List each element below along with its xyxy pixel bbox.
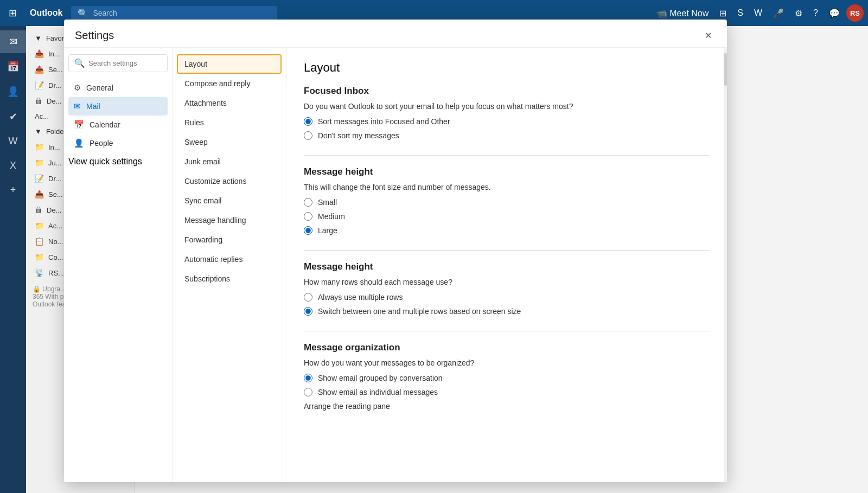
switch-rows-radio[interactable] <box>304 307 312 316</box>
excel-nav-icon[interactable]: X <box>0 155 26 177</box>
submenu-customize[interactable]: Customize actions <box>177 171 282 191</box>
sort-focused-label: Sort messages into Focused and Other <box>318 117 450 126</box>
feedback-button[interactable]: 💬 <box>825 6 844 21</box>
submenu-rules[interactable]: Rules <box>177 113 282 132</box>
todo-nav-icon[interactable]: ✔ <box>0 105 26 128</box>
view-quick-settings-link[interactable]: View quick settings <box>68 157 168 167</box>
apps-grid-button[interactable]: ⊞ <box>715 6 731 21</box>
sidebar-item-label: No... <box>48 238 63 246</box>
medium-radio[interactable] <box>304 212 312 221</box>
dont-sort-option[interactable]: Don't sort my messages <box>304 131 710 140</box>
apps-icon[interactable]: ⊞ <box>4 5 21 21</box>
archive-icon: 📁 <box>35 221 44 230</box>
small-option[interactable]: Small <box>304 198 710 207</box>
submenu-sweep[interactable]: Sweep <box>177 132 282 152</box>
focused-inbox-title: Focused Inbox <box>304 86 710 97</box>
submenu-attachments[interactable]: Attachments <box>177 93 282 113</box>
chevron-down-icon: ▼ <box>35 127 42 136</box>
settings-button[interactable]: ⚙ <box>790 6 807 21</box>
word-nav-icon[interactable]: W <box>0 130 26 152</box>
avatar[interactable]: RS <box>846 4 864 22</box>
sidebar-item-label: Ac... <box>35 112 49 120</box>
settings-title: Settings <box>75 29 114 42</box>
medium-option[interactable]: Medium <box>304 212 710 221</box>
rss-icon: 📡 <box>35 268 44 277</box>
always-multiple-radio[interactable] <box>304 293 312 302</box>
sidebar-item-label: Se... <box>48 190 63 199</box>
individual-radio[interactable] <box>304 388 312 396</box>
small-radio[interactable] <box>304 198 312 207</box>
message-org-question: How do you want your messages to be orga… <box>304 358 710 367</box>
calendar-icon: 📅 <box>74 120 84 130</box>
large-option[interactable]: Large <box>304 226 710 235</box>
scrollbar-thumb[interactable] <box>724 53 727 86</box>
settings-nav-people-label: People <box>90 139 113 148</box>
sort-focused-option[interactable]: Sort messages into Focused and Other <box>304 117 710 126</box>
settings-nav-general[interactable]: ⚙ General <box>68 79 168 97</box>
sort-focused-radio[interactable] <box>304 117 312 126</box>
word-button[interactable]: W <box>750 6 767 20</box>
divider3 <box>304 331 710 331</box>
help-button[interactable]: ? <box>809 6 822 20</box>
settings-nav-calendar[interactable]: 📅 Calendar <box>68 116 168 134</box>
settings-search-input[interactable] <box>88 59 162 67</box>
drafts-icon: 📝 <box>35 81 44 89</box>
message-height-section: Message height This will change the font… <box>304 167 710 235</box>
search-input[interactable] <box>93 9 271 17</box>
conv-icon: 📁 <box>35 253 44 261</box>
folder-icon: 📁 <box>35 158 44 167</box>
settings-close-button[interactable]: ✕ <box>700 28 716 43</box>
meet-now-button[interactable]: 📹 Meet Now <box>652 6 713 21</box>
addins-nav-icon[interactable]: + <box>0 179 26 201</box>
focused-inbox-section: Focused Inbox Do you want Outlook to sor… <box>304 86 710 140</box>
folder-icon: 📝 <box>35 174 44 183</box>
people-nav-icon[interactable]: 👤 <box>0 80 26 103</box>
mail-icon: ✉ <box>74 101 81 111</box>
submenu-forwarding[interactable]: Forwarding <box>177 230 282 249</box>
settings-nav-people[interactable]: 👤 People <box>68 134 168 152</box>
sidebar-item-label: Dr... <box>48 81 61 89</box>
submenu-compose[interactable]: Compose and reply <box>177 74 282 93</box>
always-multiple-option[interactable]: Always use multiple rows <box>304 293 710 302</box>
sidebar-item-label: Se... <box>48 66 63 74</box>
app-body: ✉ 📅 👤 ✔ W X + ▼ Favori... 📥 In... 📤 Se..… <box>0 26 868 493</box>
message-height-question: This will change the font size and numbe… <box>304 183 710 191</box>
sidebar-item-label: In... <box>48 50 60 58</box>
settings-submenu: Layout Compose and reply Attachments Rul… <box>173 48 286 482</box>
settings-nav-mail[interactable]: ✉ Mail <box>68 97 168 116</box>
submenu-handling[interactable]: Message handling <box>177 210 282 230</box>
dictate-button[interactable]: 🎤 <box>769 6 788 21</box>
settings-dialog: Settings ✕ 🔍 ⚙ General ✉ Mail 📅 <box>64 20 727 482</box>
meet-now-icon: 📹 <box>656 9 667 18</box>
settings-header: Settings ✕ <box>64 20 727 48</box>
folder-icon: 📁 <box>35 143 44 151</box>
mail-nav-icon[interactable]: ✉ <box>0 30 26 53</box>
sidebar-item-label: Ju... <box>48 159 62 167</box>
submenu-subscriptions[interactable]: Subscriptions <box>177 269 282 289</box>
divider1 <box>304 155 710 156</box>
switch-rows-option[interactable]: Switch between one and multiple rows bas… <box>304 307 710 316</box>
individual-option[interactable]: Show email as individual messages <box>304 388 710 396</box>
inbox-icon: 📥 <box>35 49 44 58</box>
large-radio[interactable] <box>304 226 312 235</box>
grouped-conv-radio[interactable] <box>304 374 312 382</box>
submenu-layout[interactable]: Layout <box>177 54 282 74</box>
submenu-junk[interactable]: Junk email <box>177 152 282 171</box>
settings-search-container: 🔍 <box>68 54 168 72</box>
settings-content: Layout Focused Inbox Do you want Outlook… <box>286 48 727 482</box>
chevron-down-icon: ▼ <box>35 34 42 42</box>
calendar-nav-icon[interactable]: 📅 <box>0 55 26 78</box>
grouped-conv-label: Show email grouped by conversation <box>318 374 443 382</box>
deleted-icon: 🗑 <box>35 97 42 105</box>
skype-button[interactable]: S <box>733 6 748 20</box>
submenu-sync[interactable]: Sync email <box>177 191 282 210</box>
search-icon: 🔍 <box>74 58 85 68</box>
always-multiple-label: Always use multiple rows <box>318 293 403 302</box>
scrollbar-track[interactable] <box>724 48 727 482</box>
grouped-conv-option[interactable]: Show email grouped by conversation <box>304 374 710 382</box>
small-label: Small <box>318 198 337 207</box>
sidebar-item-label: Dr... <box>48 175 61 183</box>
submenu-auto-replies[interactable]: Automatic replies <box>177 249 282 269</box>
dont-sort-radio[interactable] <box>304 131 312 140</box>
dont-sort-label: Don't sort my messages <box>318 131 399 140</box>
